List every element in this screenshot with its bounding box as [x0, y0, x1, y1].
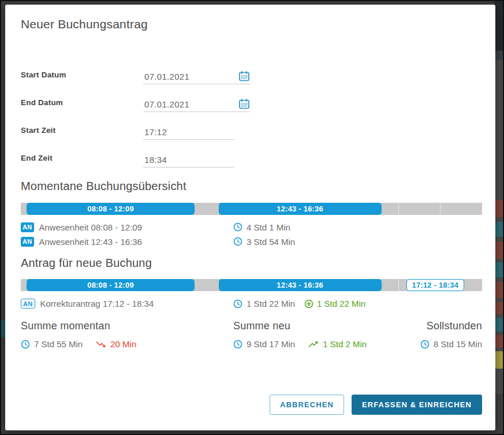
app-screen: Neuer Buchungsantrag Start Datum End Dat…	[0, 0, 504, 435]
entry-delta: 1 Std 22 Min	[304, 299, 482, 308]
summary-current-delta: 20 Min	[96, 339, 136, 349]
booking-entry-main: AN Korrekturantrag 17:12 - 18:34	[21, 299, 233, 308]
clock-icon	[233, 299, 242, 308]
background-fragment	[1, 320, 5, 337]
booking-entry-main: AN Anwesenheit 08:08 - 12:09	[21, 222, 233, 232]
timeline-bar: 12:43 - 16:36	[219, 279, 382, 291]
background-fragment	[494, 318, 504, 332]
summary-new-delta-text: 1 Std 2 Min	[323, 339, 367, 349]
timeline-bar-label: 12:43 - 16:36	[277, 205, 323, 213]
entry-type-badge: AN	[21, 299, 35, 308]
section-heading-new-request: Antrag für neue Buchung	[21, 256, 482, 270]
form-field-row: End Zeit	[21, 140, 482, 168]
background-fragment	[494, 51, 504, 60]
clock-icon	[21, 340, 30, 349]
booking-form: Start Datum End Datum	[21, 57, 482, 168]
entry-duration-text: 3 Std 54 Min	[247, 237, 295, 247]
timeline-request: 08:08 - 12:0912:43 - 16:3617:12 - 18:34	[21, 279, 482, 291]
background-fragment	[494, 302, 504, 314]
booking-entry-row: AN Korrekturantrag 17:12 - 18:34 1 Std 2…	[21, 296, 482, 311]
timeline-bar: 08:08 - 12:09	[27, 203, 195, 215]
clock-icon	[233, 222, 242, 232]
entry-text: Korrekturantrag 17:12 - 18:34	[40, 299, 154, 308]
field-label: End Datum	[21, 98, 143, 112]
entry-duration: 3 Std 54 Min	[233, 237, 304, 247]
calendar-icon[interactable]	[238, 98, 250, 110]
background-fragment	[494, 335, 504, 348]
timeline-hour-gridline	[440, 203, 440, 215]
field-underline-control	[143, 98, 250, 112]
entry-duration-text: 1 Std 22 Min	[247, 299, 295, 308]
dialog-title: Neuer Buchungsantrag	[21, 17, 482, 31]
booking-request-dialog: Neuer Buchungsantrag Start Datum End Dat…	[5, 5, 495, 430]
summary-target-heading: Sollstunden	[420, 320, 482, 332]
background-fragment	[494, 222, 504, 237]
background-fragment	[494, 200, 504, 217]
summary-current-delta-text: 20 Min	[110, 339, 136, 349]
plus-circle-icon	[304, 299, 313, 308]
clock-icon	[233, 340, 242, 349]
form-field-row: Start Datum	[21, 57, 482, 84]
summary-target: Sollstunden 8 Std 15 Min	[420, 320, 482, 349]
entries-request: AN Korrekturantrag 17:12 - 18:34 1 Std 2…	[21, 296, 482, 311]
field-underline-control	[143, 155, 234, 168]
booking-entry-row: AN Anwesenheit 08:08 - 12:09 4 Std 1 Min	[21, 220, 482, 235]
field-label: Start Zeit	[21, 126, 143, 140]
summary-target-row: 8 Std 15 Min	[420, 339, 482, 349]
field-underline-control	[143, 70, 250, 84]
summary-new: Summe neu 9 Std 17 Min	[233, 320, 420, 349]
timeline-current: 08:08 - 12:0912:43 - 16:36	[21, 203, 482, 215]
entry-type-badge: AN	[21, 237, 34, 247]
summary-new-row: 9 Std 17 Min 1 Std 2 Min	[233, 339, 420, 349]
summary-new-heading: Summe neu	[233, 320, 420, 332]
booking-entry-row: AN Anwesenheit 12:43 - 16:36 3 Std 54 Mi…	[21, 235, 482, 249]
summary-current: Summe momentan 7 Std 55 Min	[21, 320, 233, 349]
background-fragment	[494, 241, 504, 259]
background-fragment	[494, 282, 504, 298]
summary-new-delta: 1 Std 2 Min	[308, 339, 367, 349]
summary-target-total: 8 Std 15 Min	[434, 339, 482, 349]
summary-current-total: 7 Std 55 Min	[34, 339, 83, 349]
entry-text: Anwesenheit 08:08 - 12:09	[39, 222, 142, 232]
timeline-bar: 08:08 - 12:09	[27, 279, 195, 291]
summary-section: Summe momentan 7 Std 55 Min	[21, 320, 482, 349]
dialog-footer: ABBRECHEN ERFASSEN & EINREICHEN	[270, 395, 482, 415]
timeline-bar-label: 08:08 - 12:09	[87, 281, 134, 289]
timeline-bar-label: 17:12 - 18:34	[412, 281, 459, 289]
timeline-hour-gridline	[398, 203, 399, 215]
field-input[interactable]	[144, 72, 214, 81]
clock-icon	[233, 237, 242, 246]
field-input[interactable]	[144, 155, 214, 165]
background-fragment	[494, 1, 504, 51]
background-fragment	[494, 262, 504, 277]
field-label: End Zeit	[21, 154, 143, 168]
entry-text: Anwesenheit 12:43 - 16:36	[39, 237, 142, 247]
form-field-row: Start Zeit	[21, 112, 482, 140]
field-label: Start Datum	[21, 70, 143, 84]
submit-button[interactable]: ERFASSEN & EINREICHEN	[352, 395, 482, 415]
timeline-bar: 17:12 - 18:34	[406, 279, 464, 291]
summary-current-row: 7 Std 55 Min 20 Min	[21, 339, 233, 349]
summary-new-total: 9 Std 17 Min	[247, 339, 295, 349]
trending-up-icon	[308, 340, 319, 348]
entry-duration: 4 Std 1 Min	[233, 222, 304, 232]
field-input[interactable]	[144, 127, 214, 137]
timeline-bar: 12:43 - 16:36	[219, 203, 382, 215]
booking-entry-main: AN Anwesenheit 12:43 - 16:36	[21, 237, 233, 247]
entry-delta-text: 1 Std 22 Min	[317, 299, 365, 308]
cancel-button[interactable]: ABBRECHEN	[270, 395, 344, 415]
calendar-icon[interactable]	[238, 70, 250, 82]
form-field-row: End Datum	[21, 84, 482, 112]
entry-duration: 1 Std 22 Min	[233, 299, 304, 308]
entry-duration-text: 4 Std 1 Min	[247, 222, 290, 232]
entry-type-badge: AN	[21, 222, 34, 232]
section-heading-current-overview: Momentane Buchungsübersicht	[21, 180, 482, 193]
field-underline-control	[143, 127, 234, 140]
timeline-bar-label: 12:43 - 16:36	[277, 281, 323, 289]
background-fragment	[494, 351, 504, 369]
clock-icon	[420, 340, 430, 349]
summary-current-heading: Summe momentan	[21, 320, 233, 332]
timeline-bar-label: 08:08 - 12:09	[87, 205, 134, 213]
trending-down-icon	[96, 340, 107, 348]
field-input[interactable]	[144, 99, 214, 109]
